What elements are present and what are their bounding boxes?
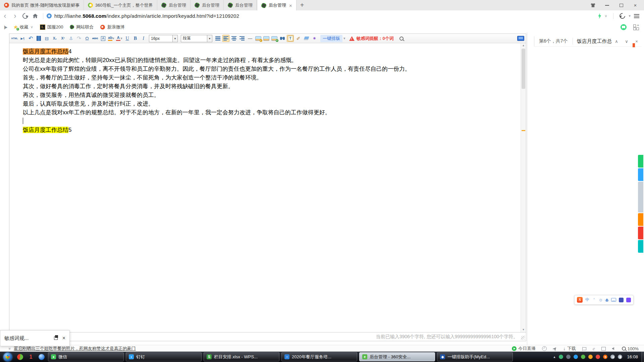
forward-button[interactable]: › bbox=[10, 12, 20, 20]
editor-scrollbar[interactable]: ▲ ▼ bbox=[521, 43, 526, 332]
bookmark-item[interactable]: ★收藏∨ bbox=[9, 24, 36, 30]
home-button[interactable] bbox=[30, 14, 40, 18]
tab-close-icon[interactable]: × bbox=[289, 3, 292, 8]
preview-icon[interactable] bbox=[398, 35, 405, 42]
reader-mode-icon[interactable] bbox=[621, 24, 627, 30]
chevron-expand-icon[interactable]: » bbox=[7, 348, 12, 350]
horizontal-rule-icon[interactable]: — bbox=[247, 35, 254, 42]
chevron-down-icon[interactable]: ▾ bbox=[172, 35, 177, 42]
highlight-color-icon[interactable]: ab▾ bbox=[108, 35, 115, 42]
close-button[interactable]: × bbox=[633, 3, 638, 8]
html-source-icon[interactable]: HTML bbox=[11, 35, 18, 42]
tray-expand-icon[interactable]: ▲ bbox=[553, 355, 556, 359]
clean-format-icon[interactable]: ✐ bbox=[295, 35, 302, 42]
bookmarks-expand-icon[interactable]: |▶ bbox=[0, 25, 9, 29]
back-button[interactable]: ‹ bbox=[0, 12, 10, 20]
find-query-input[interactable]: 饭店月度工作总结 bbox=[573, 38, 611, 45]
ime-skin-icon[interactable] bbox=[619, 298, 624, 302]
browser-tab[interactable]: 后台管理 bbox=[191, 0, 224, 10]
tray-wps-icon[interactable] bbox=[596, 355, 600, 359]
reopen-tab-icon[interactable] bbox=[619, 12, 627, 20]
volume-icon[interactable]: ◄ bbox=[610, 355, 615, 359]
window-status-icon[interactable] bbox=[601, 347, 606, 351]
popup-close-icon[interactable]: × bbox=[62, 335, 65, 341]
font-color-icon[interactable]: A▾ bbox=[116, 35, 123, 42]
magic-format-icon[interactable]: ✷ bbox=[311, 35, 318, 42]
sogou-logo-icon[interactable]: S bbox=[577, 297, 583, 303]
dock-blue[interactable] bbox=[638, 168, 643, 181]
start-button[interactable] bbox=[3, 353, 12, 361]
browser-tab[interactable]: 后台管理 bbox=[157, 0, 191, 10]
chevron-down-icon[interactable]: ▾ bbox=[343, 36, 345, 41]
anchor-icon[interactable]: ⚓ bbox=[67, 35, 74, 42]
resize-grip[interactable] bbox=[521, 336, 525, 340]
tray-sogou-icon[interactable]: S bbox=[603, 355, 607, 359]
tray-dingtalk-icon[interactable] bbox=[574, 355, 578, 359]
superscript-icon[interactable]: X² bbox=[59, 35, 66, 42]
browser-tab[interactable]: 后台管理 bbox=[224, 0, 257, 10]
paste-as-text-icon[interactable]: T bbox=[287, 35, 294, 42]
tray-wechat-icon[interactable] bbox=[559, 355, 563, 359]
chevron-down-icon[interactable]: ▾ bbox=[207, 35, 212, 42]
new-tab-button[interactable]: + bbox=[297, 0, 308, 10]
rocket-status-icon[interactable] bbox=[553, 347, 557, 351]
bold-icon[interactable]: B bbox=[132, 35, 139, 42]
find-next-button[interactable]: ∨ bbox=[622, 39, 632, 44]
underline-icon[interactable]: U bbox=[124, 35, 131, 42]
360-safety-icon[interactable] bbox=[17, 354, 23, 360]
video-icon[interactable] bbox=[35, 35, 42, 42]
popup-restore-icon[interactable] bbox=[54, 337, 58, 340]
browser-tab[interactable]: 后台管理× bbox=[257, 0, 297, 11]
insert-image-url-icon[interactable]: • bbox=[255, 35, 262, 42]
find-replace-icon[interactable] bbox=[279, 35, 286, 42]
subscript-icon[interactable]: X₂ bbox=[51, 35, 58, 42]
taskbar-button[interactable]: ◆一键排版助手(MyEd... bbox=[437, 352, 513, 361]
live-status-icon[interactable]: 今日直播 bbox=[512, 346, 536, 352]
onekey-format-button[interactable]: 一键排版 bbox=[320, 35, 342, 42]
insert-image-icon[interactable] bbox=[263, 35, 270, 42]
scroll-down-icon[interactable]: ▼ bbox=[521, 327, 526, 332]
eraser-icon[interactable] bbox=[303, 35, 310, 42]
insert-album-icon[interactable]: + bbox=[271, 35, 278, 42]
strikethrough-icon[interactable]: ABC bbox=[92, 35, 99, 42]
redo-icon[interactable]: ↷ bbox=[75, 35, 83, 42]
find-previous-button[interactable]: ∧ bbox=[611, 39, 622, 44]
badge-one-icon[interactable]: 1 bbox=[28, 354, 34, 360]
taskbar-button[interactable]: ○2020年餐厅服务培... bbox=[281, 352, 357, 361]
minimize-button[interactable] bbox=[604, 3, 610, 8]
ime-emoji[interactable]: ☺ bbox=[599, 298, 603, 302]
dock-gray[interactable] bbox=[638, 182, 643, 213]
chevron-down-icon[interactable]: ▾ bbox=[629, 14, 631, 18]
chevron-down-icon[interactable]: ∨ bbox=[604, 14, 607, 18]
apps-grid-icon[interactable]: + bbox=[633, 24, 639, 30]
url-text[interactable]: http://lianhe.5068.com/index.php/admin/a… bbox=[54, 13, 239, 19]
menu-icon[interactable] bbox=[634, 14, 639, 18]
italic-icon[interactable]: I bbox=[140, 35, 147, 42]
undo-icon[interactable]: ↶ bbox=[27, 35, 34, 42]
tray-taskmgr-icon[interactable] bbox=[566, 355, 571, 359]
scroll-up-icon[interactable]: ▲ bbox=[521, 43, 526, 48]
speed-bolt-icon[interactable] bbox=[598, 13, 601, 19]
bookmark-item[interactable]: 新浪微博 bbox=[97, 24, 128, 30]
taskbar-button[interactable]: e后台管理 - 360安全... bbox=[359, 352, 435, 361]
ie-status-icon[interactable]: e bbox=[593, 346, 595, 352]
download-status-icon[interactable]: ↓下载 bbox=[563, 346, 576, 352]
magnifier-status-icon[interactable]: 100% bbox=[622, 346, 639, 351]
fullscreen-monitor-icon[interactable] bbox=[517, 35, 524, 42]
bookmark-item[interactable]: L国服200 bbox=[37, 24, 67, 30]
editor-content[interactable]: 饭店月度工作总结4时光总是走的如此匆忙，转眼间20xx已从我们的指缝悄然溜走。回… bbox=[9, 43, 521, 332]
align-right-icon[interactable] bbox=[238, 35, 246, 42]
ime-mic-icon[interactable] bbox=[606, 299, 608, 301]
tray-360-icon[interactable] bbox=[581, 355, 585, 359]
taskbar-button[interactable]: ●微信 bbox=[48, 352, 124, 361]
dock-teal[interactable] bbox=[638, 240, 643, 253]
refresh-button[interactable] bbox=[20, 13, 30, 19]
speaker-status-icon[interactable] bbox=[612, 347, 615, 350]
scrollbar-thumb[interactable] bbox=[522, 49, 525, 89]
browser-ball-icon[interactable] bbox=[39, 354, 45, 360]
network-icon[interactable]: ▮ bbox=[618, 355, 622, 359]
align-center-icon[interactable] bbox=[230, 35, 237, 42]
paragraph-select[interactable]: 段落▾ bbox=[181, 35, 212, 42]
browser-tab[interactable]: 360导航_一个主页，整个世界 bbox=[84, 0, 157, 10]
show-desktop-button[interactable] bbox=[641, 352, 644, 362]
